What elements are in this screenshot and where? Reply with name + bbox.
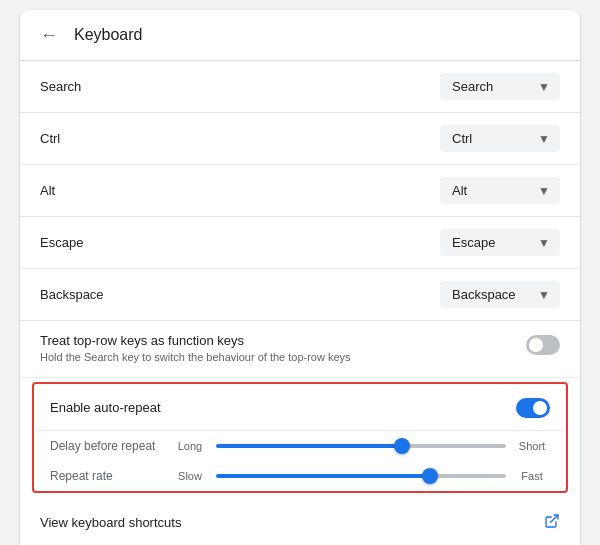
rate-fast-label: Fast (514, 470, 550, 482)
keyboard-shortcuts-row[interactable]: View keyboard shortcuts (20, 497, 580, 545)
rate-label: Repeat rate (50, 469, 160, 483)
back-button[interactable]: ← (40, 26, 58, 44)
delay-track: Long Short (172, 440, 550, 452)
auto-repeat-header: Enable auto-repeat (34, 384, 566, 431)
search-dropdown[interactable]: Search ▼ (440, 73, 560, 100)
keyboard-settings-card: ← Keyboard Search Search ▼ Ctrl Ctrl ▼ A… (20, 10, 580, 545)
rate-slow-label: Slow (172, 470, 208, 482)
auto-repeat-slider (516, 398, 550, 418)
function-keys-row: Treat top-row keys as function keys Hold… (20, 321, 580, 378)
delay-repeat-row: Delay before repeat Long Short (34, 431, 566, 461)
search-label: Search (40, 79, 81, 94)
backspace-dropdown-arrow: ▼ (538, 288, 550, 302)
search-setting-row: Search Search ▼ (20, 61, 580, 113)
backspace-setting-row: Backspace Backspace ▼ (20, 269, 580, 321)
function-keys-text: Treat top-row keys as function keys Hold… (40, 333, 514, 365)
function-keys-toggle[interactable] (526, 335, 560, 355)
alt-dropdown-arrow: ▼ (538, 184, 550, 198)
ctrl-setting-row: Ctrl Ctrl ▼ (20, 113, 580, 165)
delay-slider-container: Long Short (172, 440, 550, 452)
ctrl-dropdown[interactable]: Ctrl ▼ (440, 125, 560, 152)
keyboard-shortcuts-label: View keyboard shortcuts (40, 515, 181, 530)
rate-slider-container: Slow Fast (172, 470, 550, 482)
external-link-icon (544, 513, 560, 533)
rate-track: Slow Fast (172, 470, 550, 482)
escape-dropdown-value: Escape (452, 235, 495, 250)
escape-dropdown-arrow: ▼ (538, 236, 550, 250)
auto-repeat-label: Enable auto-repeat (50, 400, 161, 415)
delay-label: Delay before repeat (50, 439, 160, 453)
ctrl-label: Ctrl (40, 131, 60, 146)
backspace-dropdown[interactable]: Backspace ▼ (440, 281, 560, 308)
function-keys-title: Treat top-row keys as function keys (40, 333, 514, 348)
delay-long-label: Long (172, 440, 208, 452)
auto-repeat-section: Enable auto-repeat Delay before repeat L… (32, 382, 568, 493)
rate-slider[interactable] (216, 474, 506, 478)
backspace-label: Backspace (40, 287, 104, 302)
search-dropdown-value: Search (452, 79, 493, 94)
backspace-dropdown-value: Backspace (452, 287, 516, 302)
alt-setting-row: Alt Alt ▼ (20, 165, 580, 217)
ctrl-dropdown-value: Ctrl (452, 131, 472, 146)
function-keys-slider (526, 335, 560, 355)
repeat-rate-row: Repeat rate Slow Fast (34, 461, 566, 491)
ctrl-dropdown-arrow: ▼ (538, 132, 550, 146)
alt-dropdown[interactable]: Alt ▼ (440, 177, 560, 204)
delay-slider[interactable] (216, 444, 506, 448)
escape-setting-row: Escape Escape ▼ (20, 217, 580, 269)
search-dropdown-arrow: ▼ (538, 80, 550, 94)
page-title: Keyboard (74, 26, 143, 44)
auto-repeat-toggle[interactable] (516, 398, 550, 418)
alt-dropdown-value: Alt (452, 183, 467, 198)
function-keys-subtitle: Hold the Search key to switch the behavi… (40, 350, 514, 365)
escape-dropdown[interactable]: Escape ▼ (440, 229, 560, 256)
delay-short-label: Short (514, 440, 550, 452)
settings-header: ← Keyboard (20, 10, 580, 61)
svg-line-0 (551, 515, 558, 522)
alt-label: Alt (40, 183, 55, 198)
escape-label: Escape (40, 235, 83, 250)
